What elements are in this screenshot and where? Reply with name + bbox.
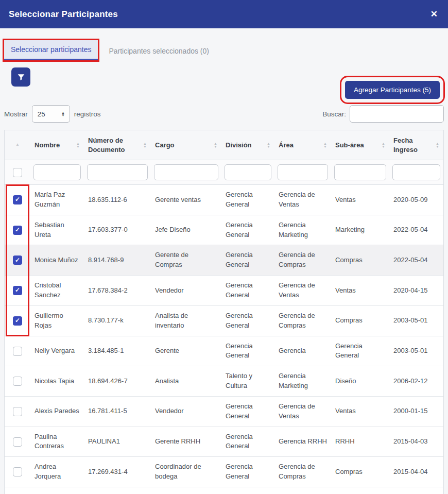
filter-button[interactable]	[11, 67, 30, 87]
cell-numero-documento: 18.694.426-7	[84, 366, 151, 397]
cell-fecha-ingreso: 2020-04-15	[389, 276, 443, 306]
header-subarea[interactable]: Sub-área ▲▼	[331, 130, 389, 160]
cell-nombre: Alexis Paredes	[30, 396, 84, 427]
add-participants-button[interactable]: Agregar Participantes (5)	[345, 81, 440, 99]
row-checkbox[interactable]: ✓	[13, 286, 22, 295]
row-checkbox[interactable]	[13, 377, 22, 386]
search-group: Buscar:	[322, 105, 444, 123]
row-checkbox-cell	[5, 487, 30, 494]
page-size-select[interactable]: 25 ▲▼	[32, 105, 70, 123]
sort-icon: ▲▼	[267, 142, 270, 148]
row-checkbox-cell	[5, 366, 30, 397]
funnel-icon	[17, 73, 25, 81]
table-row[interactable]: Nicolas Tapia 18.694.426-7 Analista Tale…	[5, 366, 443, 397]
cell-numero-documento: 17.315.173-k	[84, 487, 151, 494]
filter-input-nombre[interactable]	[33, 164, 81, 180]
cell-division: Gerencia General	[221, 215, 274, 245]
cell-subarea: Compras	[331, 305, 389, 336]
row-checkbox[interactable]	[13, 437, 22, 447]
table-row[interactable]: ✓ Monica Muñoz 8.914.768-9 Gerente de Co…	[5, 245, 443, 276]
cell-subarea: RRHH	[331, 427, 389, 457]
header-area[interactable]: Área ▲▼	[274, 130, 331, 160]
cell-numero-documento: 3.184.485-1	[84, 336, 151, 366]
row-checkbox[interactable]: ✓	[13, 195, 22, 205]
cell-subarea: Ventas	[331, 396, 389, 427]
row-checkbox-cell: ✓	[5, 215, 30, 245]
records-label: registros	[74, 110, 101, 118]
row-checkbox[interactable]	[13, 347, 22, 356]
cell-cargo: Gerente de Compras	[151, 245, 221, 276]
cell-division: Gerencia General	[221, 245, 274, 276]
filter-input-subarea[interactable]	[334, 164, 386, 180]
table-row[interactable]: Nelly Vergara 3.184.485-1 Gerente Gerenc…	[5, 336, 443, 366]
header-numero-documento[interactable]: Número de Documento ▲▼	[84, 130, 151, 160]
cell-nombre: Guillermo Rojas	[30, 305, 84, 336]
cell-division: Gerencia General	[221, 185, 274, 215]
header-nombre[interactable]: Nombre ▲▼	[30, 130, 84, 160]
modal-title: Seleccionar Participantes	[9, 9, 118, 20]
cell-nombre: Paulina Contreras	[30, 427, 84, 457]
table-row[interactable]: ✓ Guillermo Rojas 8.730.177-k Analista d…	[5, 305, 443, 336]
cell-fecha-ingreso: 2022-05-04	[389, 215, 443, 245]
filter-input-numero-documento[interactable]	[87, 164, 148, 180]
cell-division: Gerencia General	[221, 305, 274, 336]
cell-division: Talento y Cultura	[221, 366, 274, 397]
sort-icon: ▲▼	[214, 142, 217, 148]
cell-fecha-ingreso: 2003-05-01	[389, 305, 443, 336]
filter-input-division[interactable]	[225, 164, 271, 180]
table-row[interactable]: Andrea Jorquera 17.269.431-4 Coordinador…	[5, 457, 443, 487]
cell-numero-documento: 17.269.431-4	[84, 457, 151, 487]
cell-numero-documento: 18.635.112-6	[84, 185, 151, 215]
select-all-checkbox[interactable]	[13, 168, 22, 177]
cell-fecha-ingreso: 2022-05-04	[389, 245, 443, 276]
header-fecha-ingreso[interactable]: Fecha Ingreso ▲▼	[389, 130, 443, 160]
header-cargo[interactable]: Cargo ▲▼	[151, 130, 221, 160]
sort-asc-icon: ▲	[9, 142, 26, 148]
cell-nombre: María Paz Guzmán	[30, 185, 84, 215]
tab-seleccionar-participantes[interactable]: Seleccionar participantes	[4, 40, 98, 60]
table-row[interactable]: ✓ María Paz Guzmán 18.635.112-6 Gerente …	[5, 185, 443, 215]
cell-area: Gerencia Marketing	[274, 366, 331, 397]
row-checkbox[interactable]: ✓	[13, 255, 22, 265]
row-checkbox[interactable]: ✓	[13, 316, 22, 326]
cell-cargo: Analista	[151, 366, 221, 397]
cell-numero-documento: 8.914.768-9	[84, 245, 151, 276]
cell-numero-documento: 16.781.411-5	[84, 396, 151, 427]
cell-subarea: Compras	[331, 457, 389, 487]
filter-input-area[interactable]	[278, 164, 328, 180]
sort-icon: ▲▼	[323, 142, 327, 148]
tab-participantes-seleccionados[interactable]: Participantes seleccionados (0)	[102, 42, 216, 60]
cell-subarea: Gerencia General	[331, 336, 389, 366]
row-checkbox-cell	[5, 457, 30, 487]
row-checkbox[interactable]: ✓	[13, 226, 22, 235]
header-division[interactable]: División ▲▼	[221, 130, 274, 160]
close-icon[interactable]: ✕	[430, 10, 438, 19]
cell-area: Gerencia RRHH	[274, 427, 331, 457]
table-row[interactable]: ✓ Cristobal Sanchez 17.678.384-2 Vendedo…	[5, 276, 443, 306]
cell-division: Gerencia General	[221, 427, 274, 457]
cell-numero-documento: 17.603.377-0	[84, 215, 151, 245]
cell-cargo: Vendedor	[151, 396, 221, 427]
table-row[interactable]: Bernardita Palma 17.315.173-k Diseñador …	[5, 487, 443, 494]
row-checkbox-cell: ✓	[5, 276, 30, 306]
row-checkbox[interactable]	[13, 467, 22, 476]
row-checkbox[interactable]	[13, 407, 22, 416]
row-checkbox-cell	[5, 396, 30, 427]
filter-input-cargo[interactable]	[154, 164, 218, 180]
table-controls: Mostrar 25 ▲▼ registros Buscar:	[4, 105, 444, 123]
cell-cargo: Gerente	[151, 336, 221, 366]
cell-subarea: Ventas	[331, 276, 389, 306]
search-input[interactable]	[350, 105, 444, 123]
table-row[interactable]: ✓ Sebastian Ureta 17.603.377-0 Jefe Dise…	[5, 215, 443, 245]
cell-area: Gerencia de Ventas	[274, 396, 331, 427]
filter-input-fecha-ingreso[interactable]	[392, 164, 440, 180]
table-row[interactable]: Alexis Paredes 16.781.411-5 Vendedor Ger…	[5, 396, 443, 427]
cell-cargo: Analista de inventario	[151, 305, 221, 336]
row-checkbox-cell	[5, 427, 30, 457]
cell-cargo: Gerente ventas	[151, 185, 221, 215]
cell-division: Gerencia General	[221, 457, 274, 487]
header-select-column[interactable]: ▲	[5, 130, 30, 160]
cell-fecha-ingreso: 2000-01-15	[389, 396, 443, 427]
cell-cargo: Diseñador	[151, 487, 221, 494]
table-row[interactable]: Paulina Contreras PAULINA1 Gerente RRHH …	[5, 427, 443, 457]
